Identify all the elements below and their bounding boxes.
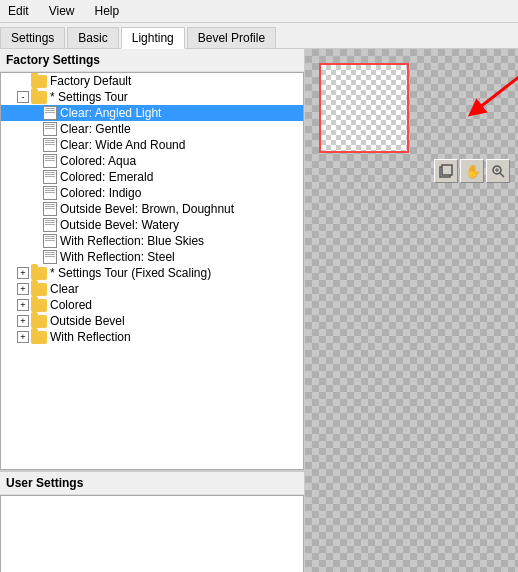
folder-icon [31,331,47,344]
folder-icon [31,75,47,88]
tree-label: Clear: Wide And Round [60,138,185,152]
tab-bevel-profile[interactable]: Bevel Profile [187,27,276,48]
doc-icon [43,154,57,168]
user-settings-header: User Settings [0,472,304,495]
doc-icon [43,202,57,216]
tree-item-factory-default[interactable]: Factory Default [1,73,303,89]
tree-label: Colored: Aqua [60,154,136,168]
canvas-preview [319,63,409,153]
tree-item-outside-bevel-watery[interactable]: Outside Bevel: Watery [1,217,303,233]
tree-label: Factory Default [50,74,131,88]
svg-rect-3 [442,165,452,175]
tree-item-clear-angled-light[interactable]: Clear: Angled Light [1,105,303,121]
factory-settings-header: Factory Settings [0,49,304,72]
expand-icon[interactable]: + [17,315,29,327]
tree-item-colored[interactable]: + Colored [1,297,303,313]
doc-icon [43,186,57,200]
user-settings-section: User Settings [0,470,304,572]
expand-icon[interactable]: - [17,91,29,103]
expand-icon[interactable]: + [17,267,29,279]
tree-item-outside-bevel-brown[interactable]: Outside Bevel: Brown, Doughnut [1,201,303,217]
tab-lighting[interactable]: Lighting [121,27,185,49]
svg-text:✋: ✋ [465,163,480,179]
tree-label: With Reflection: Steel [60,250,175,264]
expand-icon[interactable]: + [17,283,29,295]
tab-basic[interactable]: Basic [67,27,118,48]
svg-line-6 [500,173,504,177]
tab-settings[interactable]: Settings [0,27,65,48]
tree-item-colored-emerald[interactable]: Colored: Emerald [1,169,303,185]
checkered-canvas [321,65,407,151]
tree-label: * Settings Tour [50,90,128,104]
doc-icon [43,234,57,248]
doc-icon [43,218,57,232]
tree-label: Outside Bevel: Watery [60,218,179,232]
menu-help[interactable]: Help [90,2,123,20]
doc-icon [43,138,57,152]
folder-icon [31,267,47,280]
menu-edit[interactable]: Edit [4,2,33,20]
expand-icon[interactable]: + [17,331,29,343]
doc-icon [43,170,57,184]
tree-item-colored-aqua[interactable]: Colored: Aqua [1,153,303,169]
tree-item-outside-bevel[interactable]: + Outside Bevel [1,313,303,329]
menu-bar: Edit View Help [0,0,518,23]
main-layout: Factory Settings Factory Default - * Set… [0,49,518,572]
tree-item-clear[interactable]: + Clear [1,281,303,297]
expand-icon[interactable]: + [17,299,29,311]
tree-item-reflection-blue-skies[interactable]: With Reflection: Blue Skies [1,233,303,249]
tree-item-clear-wide-round[interactable]: Clear: Wide And Round [1,137,303,153]
tab-bar: Settings Basic Lighting Bevel Profile [0,23,518,49]
tree-label: Clear: Angled Light [60,106,161,120]
toolbar-icons: ✋ [434,159,510,183]
tree-label: Colored [50,298,92,312]
doc-icon [43,122,57,136]
folder-icon [31,299,47,312]
tree-label: Clear: Gentle [60,122,131,136]
tree-item-settings-tour[interactable]: - * Settings Tour [1,89,303,105]
tree-item-reflection-steel[interactable]: With Reflection: Steel [1,249,303,265]
folder-icon [31,283,47,296]
pan-tool-button[interactable]: ✋ [460,159,484,183]
copy-tool-button[interactable] [434,159,458,183]
tree-label: Outside Bevel: Brown, Doughnut [60,202,234,216]
tree-item-clear-gentle[interactable]: Clear: Gentle [1,121,303,137]
doc-icon [43,106,57,120]
tree-item-colored-indigo[interactable]: Colored: Indigo [1,185,303,201]
left-panel: Factory Settings Factory Default - * Set… [0,49,305,572]
doc-icon [43,250,57,264]
tree-label: * Settings Tour (Fixed Scaling) [50,266,211,280]
folder-icon [31,91,47,104]
factory-settings-tree[interactable]: Factory Default - * Settings Tour Clear:… [0,72,304,470]
zoom-tool-button[interactable] [486,159,510,183]
tree-label: Clear [50,282,79,296]
tree-label: Colored: Emerald [60,170,153,184]
tree-label: Outside Bevel [50,314,125,328]
right-panel: ✋ [305,49,518,572]
tree-item-settings-tour-fixed[interactable]: + * Settings Tour (Fixed Scaling) [1,265,303,281]
user-settings-tree[interactable] [0,495,304,572]
tree-label: With Reflection [50,330,131,344]
folder-icon [31,315,47,328]
tree-item-with-reflection[interactable]: + With Reflection [1,329,303,345]
menu-view[interactable]: View [45,2,79,20]
tree-label: Colored: Indigo [60,186,141,200]
tree-label: With Reflection: Blue Skies [60,234,204,248]
